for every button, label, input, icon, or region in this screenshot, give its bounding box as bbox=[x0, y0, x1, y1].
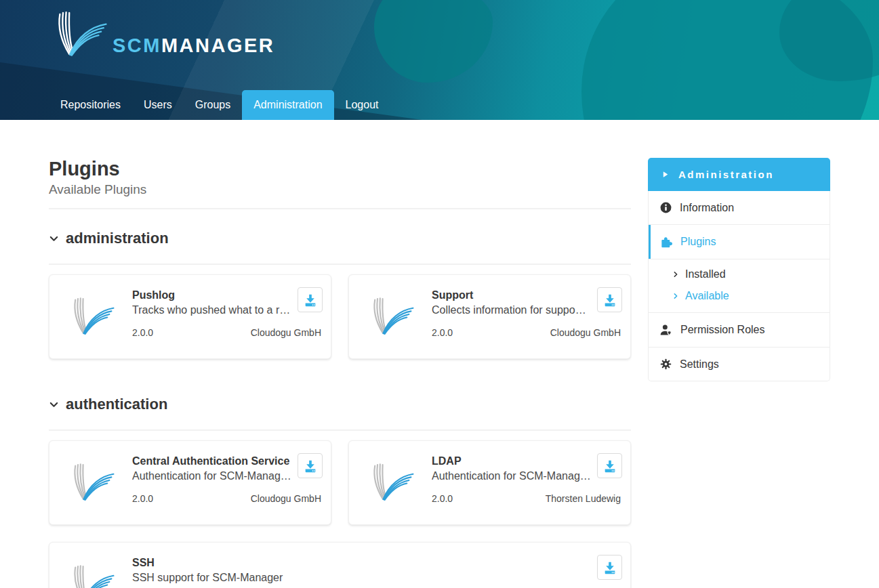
download-plugin-button[interactable] bbox=[597, 453, 622, 478]
download-plugin-button[interactable] bbox=[597, 287, 622, 312]
sidebar-item-plugins[interactable]: Plugins bbox=[649, 225, 830, 259]
gear-icon bbox=[659, 358, 672, 371]
plugin-card-content: Central Authentication Service Authentic… bbox=[132, 453, 321, 515]
plugin-card-cas: Central Authentication Service Authentic… bbox=[49, 440, 331, 525]
brand-text: SCMMANAGER bbox=[113, 35, 274, 57]
main-navigation: Repositories Users Groups Administration… bbox=[49, 90, 390, 120]
chevron-right-icon bbox=[672, 270, 679, 278]
header-hero: SCMMANAGER Repositories Users Groups Adm… bbox=[0, 0, 879, 120]
sidebar-body: Information Plugins Installed bbox=[648, 191, 830, 381]
sidebar-subitem-installed[interactable]: Installed bbox=[649, 264, 830, 285]
download-icon bbox=[303, 293, 318, 308]
sidebar-item-label: Settings bbox=[680, 358, 719, 371]
sidebar-subitem-available[interactable]: Available bbox=[649, 285, 830, 307]
sidebar-header-administration[interactable]: Administration bbox=[648, 158, 830, 191]
plugin-description: SSH support for SCM-Manager bbox=[132, 572, 621, 584]
plugin-card-content: Support Collects information for suppo… … bbox=[432, 287, 621, 349]
download-plugin-button[interactable] bbox=[597, 555, 622, 580]
plugin-author: Cloudogu GmbH bbox=[251, 493, 321, 504]
plugin-meta-row: 2.0.0 Thorsten Ludewig bbox=[432, 493, 621, 504]
plugin-description: Tracks who pushed what to a r… bbox=[132, 304, 321, 316]
sidebar-item-settings[interactable]: Settings bbox=[649, 348, 830, 381]
plugin-meta-row: 2.0.0 Cloudogu GmbH bbox=[432, 327, 621, 338]
sidebar-header-label: Administration bbox=[678, 169, 774, 180]
plugin-logo-icon bbox=[349, 287, 432, 349]
plugin-description: Collects information for suppo… bbox=[432, 304, 621, 316]
plugin-card-ssh: SSH SSH support for SCM-Manager bbox=[49, 542, 631, 588]
plugin-author: Cloudogu GmbH bbox=[550, 327, 621, 338]
plugin-meta-row: 2.0.0 Cloudogu GmbH bbox=[132, 493, 321, 504]
nav-tab-groups[interactable]: Groups bbox=[184, 90, 242, 120]
user-shield-icon bbox=[659, 323, 673, 337]
plugin-version: 2.0.0 bbox=[132, 327, 153, 338]
divider bbox=[49, 264, 631, 265]
sidebar-item-label: Plugins bbox=[680, 236, 716, 248]
sidebar-item-permission-roles[interactable]: Permission Roles bbox=[649, 313, 830, 348]
plugin-card-content: LDAP Authentication for SCM-Manag… 2.0.0… bbox=[432, 453, 621, 515]
plugin-meta-row: 2.0.0 Cloudogu GmbH bbox=[132, 327, 321, 338]
plugin-card-grid: Pushlog Tracks who pushed what to a r… 2… bbox=[49, 274, 631, 359]
download-icon bbox=[602, 293, 617, 308]
plugin-card-ldap: LDAP Authentication for SCM-Manag… 2.0.0… bbox=[348, 440, 631, 525]
chevron-down-icon bbox=[49, 234, 59, 244]
chevron-right-icon bbox=[672, 292, 679, 300]
plugin-name: SSH bbox=[132, 557, 621, 569]
nav-tab-logout[interactable]: Logout bbox=[334, 90, 390, 120]
download-icon bbox=[602, 560, 617, 575]
plugin-logo-icon bbox=[49, 453, 132, 515]
plugin-author: Thorsten Ludewig bbox=[546, 493, 621, 504]
page-subtitle: Available Plugins bbox=[49, 182, 631, 197]
sidebar-plugins-subgroup: Installed Available bbox=[649, 259, 830, 313]
admin-sidebar: Administration Information bbox=[648, 158, 830, 381]
sidebar-item-information[interactable]: Information bbox=[649, 191, 830, 225]
content-container: Plugins Available Plugins administration bbox=[0, 158, 879, 588]
plugin-logo-icon bbox=[49, 555, 132, 588]
brand-manager: MANAGER bbox=[161, 35, 274, 56]
download-plugin-button[interactable] bbox=[298, 287, 323, 312]
plugin-version: 2.0.0 bbox=[432, 327, 453, 338]
nav-tab-repositories[interactable]: Repositories bbox=[49, 90, 132, 120]
sidebar-subitem-label: Available bbox=[685, 290, 729, 302]
caret-right-icon bbox=[661, 170, 670, 179]
divider bbox=[49, 429, 631, 431]
download-plugin-button[interactable] bbox=[298, 453, 323, 478]
plugin-description: Authentication for SCM-Manag… bbox=[132, 470, 321, 482]
nav-tab-users[interactable]: Users bbox=[132, 90, 184, 120]
section-administration: administration bbox=[49, 230, 631, 359]
chevron-down-icon bbox=[49, 400, 59, 410]
section-header-authentication[interactable]: authentication bbox=[49, 396, 631, 413]
nav-tab-administration[interactable]: Administration bbox=[242, 90, 333, 120]
divider bbox=[49, 208, 631, 209]
section-authentication: authentication bbox=[49, 396, 631, 588]
plugin-card-content: Pushlog Tracks who pushed what to a r… 2… bbox=[132, 287, 321, 349]
plugin-version: 2.0.0 bbox=[132, 493, 153, 504]
sidebar-item-label: Permission Roles bbox=[680, 324, 764, 336]
section-heading-label: administration bbox=[66, 230, 169, 247]
plugin-logo-icon bbox=[49, 287, 132, 349]
plugin-name: Pushlog bbox=[132, 289, 321, 301]
plugin-card-grid: Central Authentication Service Authentic… bbox=[49, 440, 631, 588]
plugin-card-pushlog: Pushlog Tracks who pushed what to a r… 2… bbox=[49, 274, 331, 359]
info-circle-icon bbox=[659, 201, 672, 214]
plugin-name: Support bbox=[432, 289, 621, 301]
page-title: Plugins bbox=[49, 158, 631, 180]
plugin-version: 2.0.0 bbox=[432, 493, 453, 504]
plugin-name: LDAP bbox=[432, 455, 621, 467]
download-icon bbox=[303, 459, 318, 474]
download-icon bbox=[602, 459, 617, 474]
scm-manager-logo[interactable]: SCMMANAGER bbox=[47, 5, 274, 68]
section-heading-label: authentication bbox=[66, 396, 167, 413]
plugin-card-support: Support Collects information for suppo… … bbox=[348, 274, 631, 359]
plugins-main: Plugins Available Plugins administration bbox=[49, 158, 631, 588]
sidebar-subitem-label: Installed bbox=[685, 268, 726, 280]
plugin-description: Authentication for SCM-Manag… bbox=[432, 470, 621, 482]
sidebar-item-label: Information bbox=[680, 202, 734, 214]
plugin-author: Cloudogu GmbH bbox=[251, 327, 321, 338]
section-header-administration[interactable]: administration bbox=[49, 230, 631, 247]
plugin-logo-icon bbox=[349, 453, 432, 515]
plugin-card-content: SSH SSH support for SCM-Manager bbox=[132, 555, 621, 588]
plugin-name: Central Authentication Service bbox=[132, 455, 321, 467]
scm-feather-logo-icon bbox=[47, 5, 110, 68]
puzzle-piece-icon bbox=[659, 235, 673, 249]
brand-scm: SCM bbox=[113, 35, 161, 56]
